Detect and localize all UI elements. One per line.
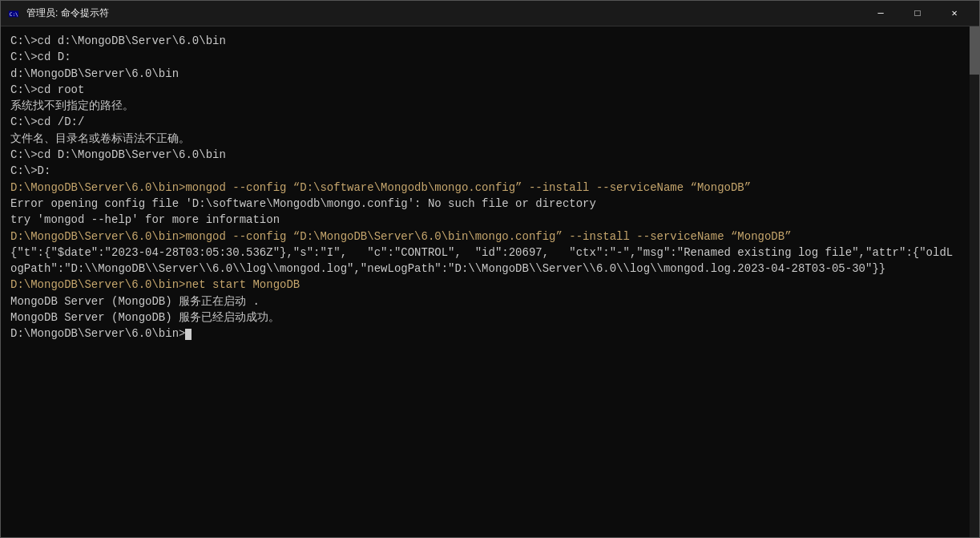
terminal-line: d:\MongoDB\Server\6.0\bin bbox=[10, 66, 958, 82]
window-controls: — □ ✕ bbox=[862, 1, 973, 26]
terminal-line: try 'mongod --help' for more information bbox=[10, 212, 958, 228]
terminal-line: MongoDB Server (MongoDB) 服务正在启动 . bbox=[10, 293, 958, 309]
terminal-line: {"t":{"$date":"2023-04-28T03:05:30.536Z"… bbox=[10, 245, 958, 277]
terminal-line: D:\MongoDB\Server\6.0\bin>mongod --confi… bbox=[10, 180, 958, 196]
terminal-content: C:\>cd d:\MongoDB\Server\6.0\binC:\>cd D… bbox=[10, 33, 970, 342]
terminal-line: D:\MongoDB\Server\6.0\bin> bbox=[10, 326, 958, 342]
window: C:\ 管理员: 命令提示符 — □ ✕ C:\>cd d:\MongoDB\S… bbox=[0, 0, 980, 538]
scrollbar-thumb[interactable] bbox=[970, 26, 979, 75]
window-title: 管理员: 命令提示符 bbox=[26, 6, 862, 20]
svg-text:C:\: C:\ bbox=[10, 10, 18, 16]
terminal-line: C:\>cd D:\MongoDB\Server\6.0\bin bbox=[10, 147, 958, 163]
terminal-line: D:\MongoDB\Server\6.0\bin>net start Mong… bbox=[10, 277, 958, 293]
terminal-body: C:\>cd d:\MongoDB\Server\6.0\binC:\>cd D… bbox=[1, 26, 979, 537]
terminal-line: C:\>cd root bbox=[10, 82, 958, 98]
title-bar: C:\ 管理员: 命令提示符 — □ ✕ bbox=[1, 1, 979, 26]
close-button[interactable]: ✕ bbox=[936, 1, 973, 26]
terminal-line: C:\>D: bbox=[10, 163, 958, 179]
scrollbar[interactable] bbox=[970, 26, 979, 537]
terminal-line: C:\>cd D: bbox=[10, 49, 958, 65]
minimize-button[interactable]: — bbox=[862, 1, 899, 26]
terminal-line: C:\>cd /D:/ bbox=[10, 114, 958, 130]
maximize-button[interactable]: □ bbox=[899, 1, 936, 26]
terminal-line: MongoDB Server (MongoDB) 服务已经启动成功。 bbox=[10, 309, 958, 326]
terminal-line: 文件名、目录名或卷标语法不正确。 bbox=[10, 131, 958, 147]
terminal-line: D:\MongoDB\Server\6.0\bin>mongod --confi… bbox=[10, 229, 958, 245]
terminal-line: 系统找不到指定的路径。 bbox=[10, 98, 958, 114]
cursor bbox=[185, 329, 192, 340]
cmd-icon: C:\ bbox=[7, 7, 20, 20]
terminal-line: Error opening config file 'D:\software\M… bbox=[10, 196, 958, 212]
terminal-line: C:\>cd d:\MongoDB\Server\6.0\bin bbox=[10, 33, 958, 49]
